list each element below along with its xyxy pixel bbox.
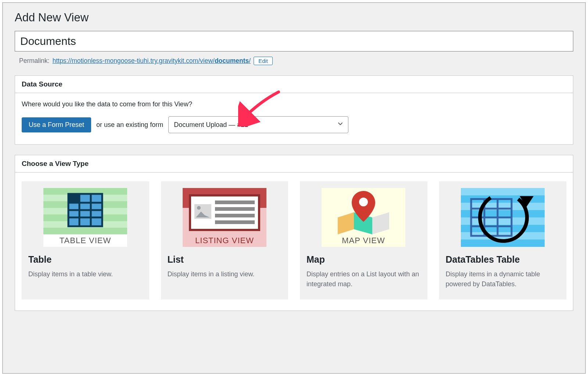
table-view-thumb: TABLE VIEW (28, 188, 143, 247)
choose-view-type-panel: Choose a View Type (15, 155, 573, 311)
svg-rect-20 (215, 201, 255, 204)
permalink-label: Permalink: (19, 57, 50, 65)
use-form-preset-button[interactable]: Use a Form Preset (22, 117, 91, 132)
svg-point-19 (197, 206, 201, 210)
view-type-card-list[interactable]: LISTING VIEW List Display items in a lis… (161, 181, 288, 299)
existing-form-select[interactable]: Document Upload — #21 (168, 116, 348, 133)
view-type-card-datatables[interactable]: DataTables Table Display items in a dyna… (439, 181, 567, 299)
edit-slug-button[interactable]: Edit (254, 57, 273, 65)
svg-rect-4 (43, 228, 127, 234)
svg-point-30 (359, 198, 368, 206)
svg-rect-6 (68, 194, 79, 203)
svg-text:MAP VIEW: MAP VIEW (342, 236, 385, 245)
svg-text:LISTING VIEW: LISTING VIEW (195, 236, 254, 245)
datatables-view-thumb (446, 188, 560, 247)
data-source-prompt: Where would you like the data to come fr… (22, 100, 566, 108)
view-type-title: Table (28, 254, 143, 265)
choose-view-type-heading: Choose a View Type (15, 155, 573, 173)
svg-rect-23 (215, 220, 255, 224)
svg-rect-35 (461, 217, 545, 225)
permalink-link[interactable]: https://motionless-mongoose-tiuhi.try.gr… (53, 57, 251, 65)
view-type-card-table[interactable]: TABLE VIEW Table Display items in a tabl… (22, 181, 149, 299)
view-type-title: List (168, 254, 282, 265)
view-type-card-map[interactable]: MAP VIEW Map Display entries on a List l… (300, 181, 427, 299)
page-title: Add New View (15, 11, 573, 24)
or-use-existing-text: or use an existing form (96, 121, 163, 129)
permalink-row: Permalink: https://motionless-mongoose-t… (19, 57, 573, 65)
data-source-panel: Data Source Where would you like the dat… (15, 75, 573, 145)
view-title-input[interactable] (15, 31, 573, 52)
svg-rect-33 (461, 188, 545, 195)
data-source-heading: Data Source (15, 76, 573, 93)
view-type-desc: Display items in a listing view. (168, 269, 282, 279)
view-type-desc: Display items in a table view. (28, 269, 143, 279)
svg-rect-21 (215, 207, 255, 211)
list-view-thumb: LISTING VIEW (168, 188, 282, 247)
view-type-title: DataTables Table (446, 254, 560, 265)
svg-text:TABLE VIEW: TABLE VIEW (60, 236, 111, 245)
view-type-desc: Display items in a dynamic table powered… (446, 269, 560, 289)
view-type-title: Map (306, 254, 421, 265)
map-view-thumb: MAP VIEW (306, 188, 421, 247)
view-type-desc: Display entries on a List layout with an… (306, 269, 421, 289)
svg-rect-22 (215, 214, 255, 217)
